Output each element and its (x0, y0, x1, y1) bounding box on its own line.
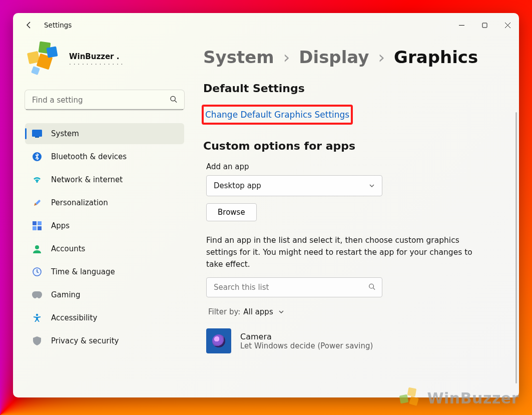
svg-rect-5 (33, 221, 37, 225)
sidebar-item-bluetooth[interactable]: Bluetooth & devices (25, 146, 184, 167)
close-icon (505, 23, 510, 28)
sidebar-item-label: Network & internet (51, 175, 123, 184)
svg-point-9 (35, 245, 39, 249)
titlebar: Settings (13, 13, 519, 37)
sidebar-item-accounts[interactable]: Accounts (25, 238, 184, 259)
app-list-search-input[interactable] (206, 277, 382, 297)
main-content: System › Display › Graphics Default Sett… (191, 37, 519, 397)
svg-point-11 (36, 314, 38, 316)
chevron-down-icon (369, 183, 375, 189)
sidebar: WinBuzzer . · · · · · · · · · · · · · Sy… (13, 37, 191, 397)
add-app-label: Add an app (206, 162, 515, 171)
profile-subline: · · · · · · · · · · · · · (69, 61, 123, 68)
accessibility-icon (32, 313, 42, 323)
sidebar-item-time-language[interactable]: Time & language (25, 261, 184, 282)
sidebar-item-gaming[interactable]: Gaming (25, 284, 184, 305)
person-icon (32, 244, 42, 254)
svg-rect-8 (38, 226, 42, 230)
sidebar-item-label: Personalization (51, 198, 108, 207)
close-button[interactable] (496, 13, 519, 37)
svg-rect-2 (32, 130, 42, 137)
sidebar-item-system[interactable]: System (25, 123, 184, 144)
highlighted-link-box: Change Default Graphics Settings (202, 105, 353, 125)
browse-button[interactable]: Browse (206, 203, 257, 221)
svg-point-1 (171, 96, 175, 101)
svg-rect-6 (38, 221, 42, 225)
back-arrow-icon (25, 21, 33, 29)
change-default-graphics-link[interactable]: Change Default Graphics Settings (205, 110, 349, 120)
app-list-item[interactable]: Camera Let Windows decide (Power saving) (206, 328, 515, 353)
sidebar-item-label: Accounts (51, 244, 85, 253)
app-type-dropdown[interactable]: Desktop app (206, 175, 382, 196)
profile-name: WinBuzzer . (69, 52, 123, 61)
window-controls (450, 13, 519, 37)
sidebar-item-accessibility[interactable]: Accessibility (25, 307, 184, 328)
apps-icon (32, 221, 42, 231)
minimize-button[interactable] (450, 13, 473, 37)
chevron-down-icon (278, 309, 284, 315)
chevron-right-icon: › (283, 47, 290, 67)
svg-rect-3 (35, 137, 39, 138)
scrollbar[interactable] (515, 112, 517, 383)
breadcrumb-display[interactable]: Display (299, 47, 369, 67)
sidebar-item-personalization[interactable]: Personalization (25, 192, 184, 213)
svg-rect-7 (33, 226, 37, 230)
settings-window: Settings WinBuzzer . · · · · · · · · · (13, 13, 519, 397)
clock-globe-icon (32, 267, 42, 277)
chevron-right-icon: › (378, 47, 385, 67)
shield-icon (32, 336, 42, 346)
sidebar-item-network[interactable]: Network & internet (25, 169, 184, 190)
camera-app-icon (206, 328, 231, 353)
filter-label: Filter by: (208, 307, 240, 316)
gamepad-icon (32, 290, 42, 300)
bluetooth-icon (32, 152, 42, 162)
sidebar-item-label: Accessibility (51, 313, 97, 322)
sidebar-item-label: Apps (51, 221, 70, 230)
minimize-icon (459, 23, 464, 28)
back-button[interactable] (21, 17, 37, 33)
app-gpu-preference: Let Windows decide (Power saving) (240, 341, 373, 350)
sidebar-item-label: Privacy & security (51, 336, 119, 345)
filter-value: All apps (243, 307, 273, 316)
avatar (25, 42, 61, 78)
breadcrumb: System › Display › Graphics (203, 47, 515, 67)
svg-point-12 (369, 284, 374, 288)
custom-options-heading: Custom options for apps (203, 140, 515, 152)
maximize-button[interactable] (473, 13, 496, 37)
sidebar-item-apps[interactable]: Apps (25, 215, 184, 236)
sidebar-item-label: Time & language (51, 267, 115, 276)
sidebar-item-label: Bluetooth & devices (51, 152, 127, 161)
wifi-icon (32, 175, 42, 185)
breadcrumb-graphics: Graphics (394, 47, 478, 67)
breadcrumb-system[interactable]: System (203, 47, 274, 67)
svg-rect-0 (482, 23, 487, 28)
custom-options-description: Find an app in the list and select it, t… (206, 234, 476, 270)
search-icon (170, 96, 177, 105)
paintbrush-icon (32, 198, 42, 208)
window-title: Settings (44, 21, 72, 29)
search-icon (368, 283, 375, 292)
app-list-search (206, 277, 382, 297)
search-input[interactable] (25, 90, 184, 110)
filter-row[interactable]: Filter by: All apps (208, 307, 515, 316)
default-settings-heading: Default Settings (203, 82, 515, 95)
sidebar-item-label: Gaming (51, 290, 81, 299)
app-name: Camera (240, 332, 373, 341)
sidebar-nav: System Bluetooth & devices Network & int… (25, 123, 184, 351)
sidebar-item-privacy[interactable]: Privacy & security (25, 330, 184, 351)
profile-block[interactable]: WinBuzzer . · · · · · · · · · · · · · (25, 42, 184, 78)
sidebar-item-label: System (51, 129, 79, 138)
maximize-icon (482, 23, 487, 28)
app-type-selected: Desktop app (214, 181, 261, 190)
sidebar-search (25, 90, 184, 110)
display-icon (32, 129, 42, 139)
